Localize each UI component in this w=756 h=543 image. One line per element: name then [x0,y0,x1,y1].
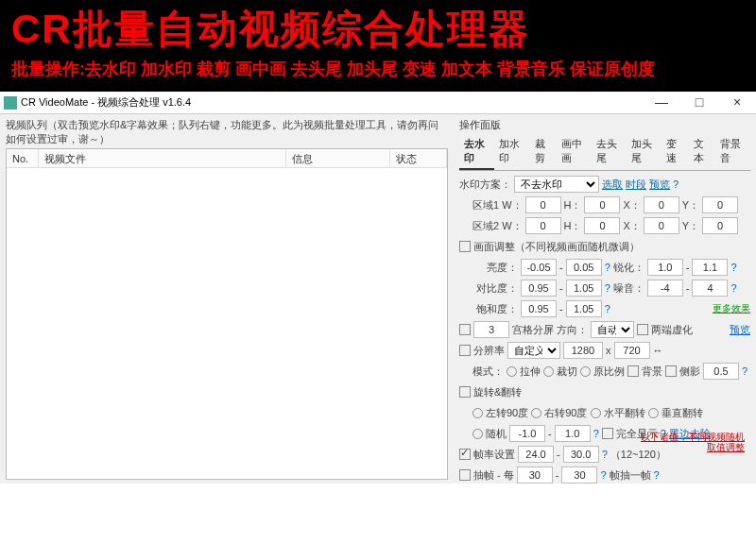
ops-tabs: 去水印 加水印 裁剪 画中画 去头尾 加头尾 变速 文本 背景音 [459,134,750,171]
direction-select[interactable]: 自动 [591,321,634,338]
help-icon[interactable]: ? [673,178,679,190]
mode-side-checkbox[interactable] [665,365,677,377]
tab-trim-head[interactable]: 去头尾 [592,134,627,170]
app-icon [4,96,17,110]
drop-checkbox[interactable] [459,469,471,481]
grid-num[interactable]: 3 [473,321,509,338]
sharp-lo[interactable]: 1.0 [647,259,683,276]
col-file[interactable]: 视频文件 [39,149,286,167]
r1-w[interactable]: 0 [525,196,561,213]
tab-add-watermark[interactable]: 加水印 [494,134,529,170]
ops-panel-title: 操作面版 [459,118,750,132]
col-info[interactable]: 信息 [286,149,390,167]
res-checkbox[interactable] [459,345,471,356]
bright-hi[interactable]: 0.05 [566,259,602,276]
satur-hi[interactable]: 1.05 [566,300,602,317]
blur-edges-checkbox[interactable] [637,324,648,335]
sharp-hi[interactable]: 1.1 [692,259,728,276]
tab-crop[interactable]: 裁剪 [530,134,557,170]
list-header: No. 视频文件 信息 状态 [7,149,447,168]
region1-label: 区域1 [472,198,499,212]
r2-w[interactable]: 0 [525,217,561,234]
r2-x[interactable]: 0 [644,217,679,234]
select-link[interactable]: 选取 [602,178,623,192]
res-mode-select[interactable]: 自定义 [507,342,560,359]
side-val[interactable]: 0.5 [703,363,739,380]
noise-lo[interactable]: -4 [647,280,683,297]
rnd-hi[interactable]: 1.0 [555,425,591,442]
r2-y[interactable]: 0 [702,217,738,234]
r1-x[interactable]: 0 [644,196,679,213]
grid-checkbox[interactable] [459,324,471,335]
noise-hi[interactable]: 4 [692,280,728,297]
adjust-label: 画面调整（不同视频画面随机微调） [473,240,640,254]
tab-pip[interactable]: 画中画 [557,134,592,170]
r1-y[interactable]: 0 [702,196,738,213]
grid-preview-link[interactable]: 预览 [730,323,750,337]
mode-crop-radio[interactable] [543,366,554,377]
tab-remove-watermark[interactable]: 去水印 [459,134,494,170]
rot-r90-radio[interactable] [531,408,541,418]
bright-lo[interactable]: -0.05 [521,259,557,276]
close-button[interactable]: × [718,92,756,114]
tab-bgm[interactable]: 背景音 [715,134,750,170]
maximize-button[interactable]: □ [680,92,718,114]
window-title: CR VideoMate - 视频综合处理 v1.6.4 [21,95,643,110]
video-queue-list[interactable]: No. 视频文件 信息 状态 [6,148,448,480]
contrast-hi[interactable]: 1.05 [566,280,602,297]
banner-title: CR批量自动视频综合处理器 [11,8,745,51]
r2-h[interactable]: 0 [584,217,620,234]
wm-plan-select[interactable]: 不去水印 [514,176,599,193]
mode-bg-checkbox[interactable] [627,365,639,377]
fps-lo[interactable]: 24.0 [518,446,554,463]
flip-h-radio[interactable] [591,408,601,418]
wm-plan-label: 水印方案： [459,178,511,192]
fps-checkbox[interactable] [459,449,471,460]
more-effects-link[interactable]: 更多效果 [713,302,750,315]
fps-hi[interactable]: 30.0 [563,446,599,463]
region2-label: 区域2 [472,219,499,233]
res-w[interactable]: 1280 [563,342,603,359]
window-titlebar: CR VideoMate - 视频综合处理 v1.6.4 — □ × [0,92,756,114]
drop-lo[interactable]: 30 [517,467,553,484]
rot-l90-radio[interactable] [472,408,483,418]
preview-link[interactable]: 预览 [649,178,670,192]
track-link[interactable]: 时段 [626,178,646,192]
random-radio[interactable] [472,429,483,439]
banner-subtitle: 批量操作:去水印 加水印 裁剪 画中画 去头尾 加头尾 变速 加文本 背景音乐 … [11,57,745,82]
contrast-lo[interactable]: 0.95 [521,280,557,297]
minimize-button[interactable]: — [643,92,680,114]
fullshow-checkbox[interactable] [602,428,613,439]
rnd-lo[interactable]: -1.0 [509,425,545,442]
tab-text[interactable]: 文本 [689,134,715,170]
res-h[interactable]: 720 [614,342,650,359]
flip-v-radio[interactable] [648,408,659,418]
swap-icon[interactable]: ↔ [653,345,663,356]
drop-hi[interactable]: 30 [561,467,597,484]
mode-stretch-radio[interactable] [507,366,517,377]
tab-add-head[interactable]: 加头尾 [627,134,662,170]
adjust-checkbox[interactable] [459,241,471,252]
satur-lo[interactable]: 0.95 [521,300,557,317]
rotate-checkbox[interactable] [459,386,471,398]
col-no[interactable]: No. [7,149,39,167]
r1-h[interactable]: 0 [584,196,620,213]
mode-ratio-radio[interactable] [580,366,591,377]
tab-speed[interactable]: 变速 [662,134,688,170]
note-link[interactable]: 以下诸值，不同视频随机取值调整 [641,432,745,452]
col-status[interactable]: 状态 [390,149,447,167]
queue-label: 视频队列（双击预览水印&字幕效果；队列右键，功能更多。此为视频批量处理工具，请勿… [6,118,448,146]
